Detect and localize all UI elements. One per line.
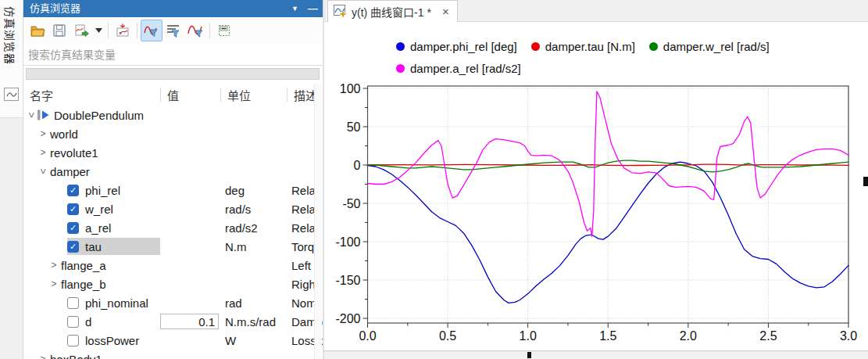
- name-cell: >world: [23, 127, 160, 141]
- toolbar-separator: [209, 23, 210, 38]
- plot-canvas[interactable]: 0.00.51.01.52.02.53.0100500-50-100-150-2…: [324, 78, 868, 348]
- filter-list-button[interactable]: [163, 20, 184, 41]
- tree-row-damper[interactable]: >damper: [23, 162, 323, 181]
- tree-row-flange_b[interactable]: >flange_bRight: [23, 275, 323, 293]
- name-cell: >✓phi_rel: [23, 181, 160, 199]
- dock-tab-simulation-browser[interactable]: 仿真浏览器: [0, 0, 23, 118]
- value-cell: [160, 238, 220, 255]
- unit-cell: rad: [220, 296, 287, 310]
- expander-flange_a[interactable]: >: [48, 260, 59, 271]
- filter-curve-alt-button[interactable]: [184, 20, 206, 41]
- legend-dot: [396, 42, 405, 51]
- column-header-unit[interactable]: 单位: [221, 87, 287, 103]
- search-input[interactable]: [23, 45, 317, 65]
- svg-text:0: 0: [354, 159, 361, 172]
- right-splitter-handle[interactable]: [863, 177, 868, 186]
- column-header-value[interactable]: 值: [161, 87, 220, 103]
- filter-curves-button[interactable]: [141, 20, 163, 41]
- svg-text:1.5: 1.5: [599, 329, 616, 343]
- toolbar-separator: [137, 23, 138, 38]
- legend-dot: [531, 42, 540, 51]
- variable-table-header: 名字 值 单位 描述: [23, 84, 323, 106]
- expander-flange_b[interactable]: >: [48, 278, 59, 289]
- tree-row-boxBody1[interactable]: >boxBody1: [23, 350, 323, 359]
- export-dropdown-button[interactable]: [92, 20, 105, 41]
- unit-cell: N.m: [220, 240, 287, 253]
- name-cell: >revolute1: [23, 146, 160, 160]
- legend-label: damper.w_rel [rad/s]: [663, 40, 770, 53]
- save-button[interactable]: [48, 20, 70, 41]
- tree-row-phi_nominal[interactable]: >✓phi_nominalradNomi: [23, 293, 323, 312]
- legend-item-damper.a_rel[interactable]: damper.a_rel [rad/s2]: [396, 62, 521, 75]
- curve-wave-icon: [4, 88, 19, 101]
- checkbox-phi_rel[interactable]: ✓: [67, 185, 79, 196]
- row-label: damper: [50, 165, 90, 178]
- tab-title: y(t) 曲线窗口-1 *: [352, 4, 431, 20]
- name-cell: >flange_a: [23, 259, 160, 272]
- panel-menu-button[interactable]: ▼: [291, 0, 298, 17]
- row-highlight: ✓d: [67, 313, 160, 330]
- svg-text:0.0: 0.0: [359, 329, 376, 343]
- tab-curve-window-1[interactable]: y(t) 曲线窗口-1 * ×: [327, 0, 458, 22]
- legend-item-damper.tau[interactable]: damper.tau [N.m]: [531, 40, 635, 53]
- svg-text:100: 100: [340, 82, 361, 95]
- export-curves-button[interactable]: [70, 20, 92, 41]
- checkbox-d[interactable]: ✓: [67, 316, 79, 328]
- row-label: d: [85, 315, 91, 328]
- name-cell: >✓w_rel: [23, 200, 160, 217]
- tree-row-lossPower[interactable]: >✓lossPowerWLoss p: [23, 331, 323, 350]
- tree-row-flange_a[interactable]: >flange_aLeft f: [23, 256, 323, 275]
- value-cell: [160, 275, 220, 293]
- tree-row-w_rel[interactable]: >✓w_relrad/sRelati: [23, 199, 323, 218]
- tab-close-button[interactable]: ×: [442, 6, 449, 17]
- tree-row-revolute1[interactable]: >revolute1: [23, 143, 323, 162]
- tree-row-d[interactable]: >✓d0.1N.m.s/radDamp: [23, 312, 323, 331]
- row-highlight: ✓phi_rel: [67, 181, 160, 199]
- value-cell: [160, 332, 220, 349]
- tree-row-a_rel[interactable]: >✓a_relrad/s2Relati: [23, 218, 323, 237]
- expander-damper[interactable]: >: [38, 166, 48, 177]
- legend-item-damper.w_rel[interactable]: damper.w_rel [rad/s]: [649, 40, 770, 53]
- filter-curve-icon: [143, 23, 160, 38]
- expander-revolute1[interactable]: >: [38, 147, 48, 158]
- svg-text:-50: -50: [342, 197, 360, 210]
- checkbox-lossPower[interactable]: ✓: [67, 335, 79, 346]
- tree-row-DoublePendulum[interactable]: >DoublePendulum: [23, 106, 323, 124]
- legend-item-damper.phi_rel[interactable]: damper.phi_rel [deg]: [396, 40, 517, 53]
- model-icon: [37, 109, 50, 121]
- bottom-splitter-handle[interactable]: [527, 352, 531, 358]
- svg-text:2.0: 2.0: [680, 329, 697, 343]
- panel-minimize-button[interactable]: —: [308, 5, 318, 13]
- value-cell: [160, 163, 220, 180]
- panel-title: 仿真浏览器: [30, 2, 80, 14]
- checkbox-a_rel[interactable]: ✓: [67, 222, 79, 234]
- tree-scrollbar[interactable]: [314, 84, 322, 359]
- expander-boxBody1[interactable]: >: [38, 354, 48, 359]
- plot-tabbar: y(t) 曲线窗口-1 * ×: [324, 0, 868, 22]
- row-label: flange_b: [61, 278, 106, 291]
- row-label: w_rel: [85, 203, 113, 216]
- open-folder-button[interactable]: [27, 20, 48, 41]
- legend-dot: [649, 42, 658, 51]
- value-input-d[interactable]: 0.1: [160, 314, 219, 329]
- checkbox-w_rel[interactable]: ✓: [67, 203, 79, 215]
- toggle-panel-button[interactable]: [213, 20, 235, 41]
- row-label: phi_nominal: [85, 296, 148, 310]
- name-cell: >DoublePendulum: [23, 109, 160, 122]
- column-header-name[interactable]: 名字: [23, 87, 160, 103]
- legend-label: damper.tau [N.m]: [545, 40, 635, 53]
- tree-row-phi_rel[interactable]: >✓phi_reldegRelati: [23, 181, 323, 199]
- export-curve-icon: [73, 23, 89, 38]
- tree-row-world[interactable]: >world: [23, 124, 323, 143]
- checkbox-tau[interactable]: ✓: [67, 241, 79, 253]
- unit-cell: rad/s: [220, 203, 287, 216]
- name-cell: >✓phi_nominal: [23, 294, 160, 311]
- unit-cell: deg: [220, 184, 287, 197]
- tree-row-tau[interactable]: >✓tauN.mTorqu: [23, 237, 323, 256]
- row-highlight: ✓lossPower: [67, 332, 160, 349]
- expander-DoublePendulum[interactable]: >: [26, 109, 37, 120]
- load-result-button[interactable]: [112, 20, 134, 41]
- expander-world[interactable]: >: [38, 128, 48, 139]
- bottom-scroll-strip: [324, 350, 868, 359]
- checkbox-phi_nominal[interactable]: ✓: [67, 297, 79, 309]
